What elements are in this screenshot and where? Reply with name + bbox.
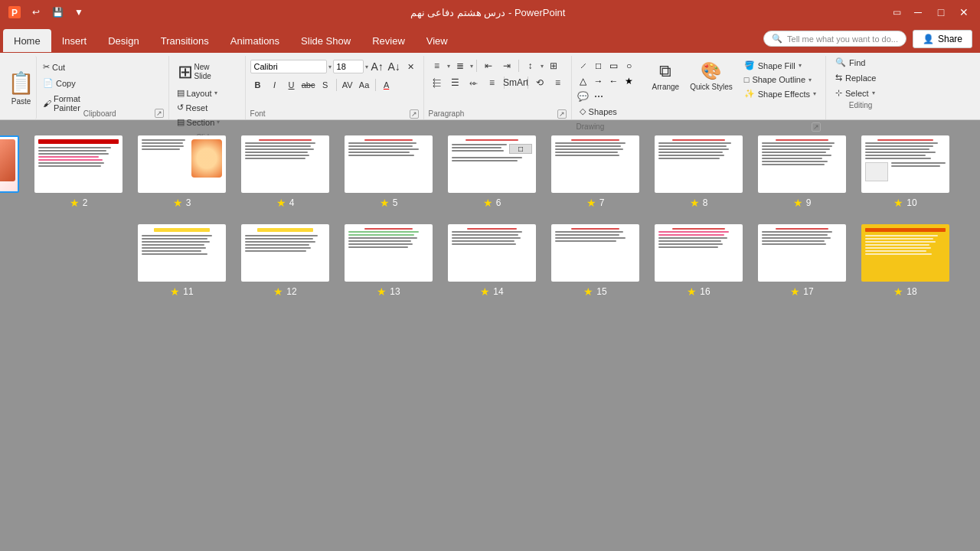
- slide-item-13[interactable]: ★ 13: [345, 224, 433, 298]
- select-button[interactable]: ⊹ Select ▾: [831, 86, 880, 99]
- slide-thumb-14[interactable]: [448, 224, 536, 282]
- shape-circle[interactable]: ○: [622, 59, 636, 73]
- decrease-indent-button[interactable]: ⇤: [480, 59, 497, 73]
- ribbon-display-button[interactable]: ▭: [888, 4, 905, 21]
- tab-transitions[interactable]: Transitions: [150, 29, 220, 52]
- maximize-button[interactable]: □: [931, 5, 951, 20]
- slide-thumb-4[interactable]: [241, 135, 329, 193]
- shape-outline-dropdown[interactable]: ▾: [808, 77, 812, 83]
- numbering-button[interactable]: ≣: [452, 59, 469, 73]
- line-spacing-button[interactable]: ↕: [522, 59, 539, 73]
- tab-home[interactable]: Home: [3, 29, 51, 52]
- slide-item-4[interactable]: ★ 4: [241, 135, 329, 209]
- layout-dropdown-arrow[interactable]: ▾: [214, 90, 217, 96]
- new-slide-button[interactable]: ⊞ NewSlide: [174, 59, 215, 85]
- tab-view[interactable]: View: [416, 29, 459, 52]
- text-direction-button[interactable]: ⟲: [531, 76, 548, 90]
- slide-thumb-17[interactable]: [758, 224, 846, 282]
- refresh-button[interactable]: ↩: [28, 4, 44, 21]
- replace-button[interactable]: ⇆ Replace: [831, 71, 880, 84]
- slide-item-1[interactable]: ★ 1: [0, 135, 19, 209]
- minimize-button[interactable]: ─: [908, 5, 928, 20]
- tab-design[interactable]: Design: [97, 29, 149, 52]
- shape-star[interactable]: ★: [622, 74, 636, 88]
- shape-outline-button[interactable]: □ Shape Outline ▾: [740, 73, 821, 86]
- slide-thumb-7[interactable]: [551, 135, 639, 193]
- char-spacing-button[interactable]: AV: [340, 77, 355, 93]
- slide-item-15[interactable]: ★ 15: [551, 224, 639, 298]
- slide-item-17[interactable]: ★ 17: [758, 224, 846, 298]
- slide-item-5[interactable]: ★ 5: [345, 135, 433, 209]
- slide-item-18[interactable]: ★ 18: [861, 224, 949, 298]
- arrange-button[interactable]: ⧉ Arrange: [648, 59, 684, 93]
- shape-rounded-rect[interactable]: ▭: [607, 59, 621, 73]
- shape-fill-dropdown[interactable]: ▾: [799, 62, 802, 69]
- numbering-dropdown[interactable]: ▾: [470, 63, 473, 70]
- align-text-button[interactable]: ≡: [550, 76, 567, 90]
- slide-thumb-3[interactable]: [138, 135, 226, 193]
- reset-button[interactable]: ↺ Reset: [174, 101, 211, 114]
- shape-arrow-right[interactable]: →: [592, 74, 606, 88]
- align-right-button[interactable]: ⬰: [466, 76, 482, 90]
- slide-item-2[interactable]: ★ 2: [34, 135, 122, 209]
- smart-art-button[interactable]: SmArt: [508, 76, 524, 90]
- strikethrough-button[interactable]: abc: [301, 77, 316, 93]
- tab-slideshow[interactable]: Slide Show: [290, 29, 361, 52]
- align-center-button[interactable]: ☰: [447, 76, 464, 90]
- select-dropdown[interactable]: ▾: [872, 90, 875, 96]
- para-expand-button[interactable]: ↗: [557, 109, 566, 119]
- tell-me-input[interactable]: 🔍 Tell me what you want to do...: [763, 31, 906, 47]
- clipboard-expand-button[interactable]: ↗: [155, 109, 164, 118]
- quick-styles-button[interactable]: 🎨 Quick Styles: [686, 59, 737, 93]
- quick-access-dropdown[interactable]: ▼: [70, 4, 87, 21]
- slide-thumb-1[interactable]: [0, 135, 19, 193]
- section-button[interactable]: ▤ Section ▾: [174, 116, 224, 129]
- cut-button[interactable]: ✂ Cut: [40, 60, 83, 73]
- change-case-button[interactable]: Aa: [357, 77, 372, 93]
- slide-thumb-9[interactable]: [758, 135, 846, 193]
- slide-thumb-16[interactable]: [655, 224, 743, 282]
- drawing-expand-button[interactable]: ↗: [812, 122, 821, 132]
- align-left-button[interactable]: ⬱: [429, 76, 446, 90]
- shape-fill-button[interactable]: 🪣 Shape Fill ▾: [740, 59, 821, 72]
- save-button[interactable]: 💾: [49, 4, 66, 21]
- slide-thumb-8[interactable]: [655, 135, 743, 193]
- paste-button[interactable]: 📋 Paste: [6, 56, 37, 119]
- shadow-button[interactable]: S: [318, 77, 333, 93]
- format-painter-button[interactable]: 🖌 Format Painter: [40, 93, 83, 114]
- clear-formatting-button[interactable]: ✕: [403, 59, 419, 74]
- slide-thumb-12[interactable]: [241, 224, 329, 282]
- copy-button[interactable]: 📄 Copy: [40, 77, 83, 90]
- line-spacing-dropdown[interactable]: ▾: [541, 63, 544, 70]
- shape-arrow-left[interactable]: ←: [607, 74, 621, 88]
- shape-callout[interactable]: 💬: [577, 90, 590, 103]
- slide-thumb-6[interactable]: □: [448, 135, 536, 193]
- tab-review[interactable]: Review: [361, 29, 416, 52]
- slide-thumb-18[interactable]: [861, 224, 949, 282]
- slide-item-10[interactable]: ★ 10: [861, 135, 949, 209]
- powerpoint-icon[interactable]: P: [6, 4, 23, 21]
- increase-font-size-button[interactable]: A↑: [370, 59, 385, 74]
- italic-button[interactable]: I: [267, 77, 283, 93]
- font-name-dropdown[interactable]: ▾: [328, 64, 332, 70]
- slide-thumb-2[interactable]: [34, 135, 122, 193]
- slide-item-3[interactable]: ★ 3: [138, 135, 226, 209]
- columns-button[interactable]: ⊞: [545, 59, 562, 73]
- layout-button[interactable]: ▤ Layout ▾: [174, 86, 220, 99]
- slide-thumb-15[interactable]: [551, 224, 639, 282]
- font-color-button[interactable]: A: [379, 77, 394, 93]
- find-button[interactable]: 🔍 Find: [831, 56, 880, 69]
- shape-effects-button[interactable]: ✨ Shape Effects ▾: [740, 87, 821, 100]
- shape-line[interactable]: ⟋: [577, 59, 590, 73]
- decrease-font-size-button[interactable]: A↓: [387, 59, 402, 74]
- slide-item-7[interactable]: ★ 7: [551, 135, 639, 209]
- bold-button[interactable]: B: [250, 77, 266, 93]
- slide-thumb-10[interactable]: [861, 135, 949, 193]
- font-expand-button[interactable]: ↗: [410, 109, 418, 119]
- slide-thumb-13[interactable]: [345, 224, 433, 282]
- increase-indent-button[interactable]: ⇥: [498, 59, 515, 73]
- section-dropdown-arrow[interactable]: ▾: [217, 119, 220, 126]
- shape-more[interactable]: ⋯: [592, 90, 606, 103]
- slide-item-9[interactable]: ★ 9: [758, 135, 846, 209]
- slide-item-12[interactable]: ★ 12: [241, 224, 329, 298]
